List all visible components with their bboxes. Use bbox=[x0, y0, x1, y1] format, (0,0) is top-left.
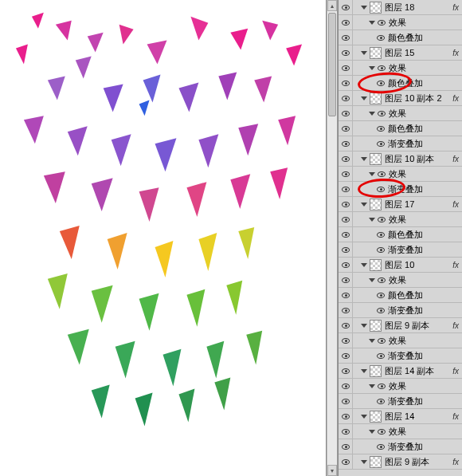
layer-row[interactable]: fx图层 14 bbox=[339, 409, 462, 424]
expand-toggle-icon[interactable] bbox=[369, 21, 375, 25]
visibility-toggle[interactable] bbox=[339, 258, 353, 272]
layer-thumbnail[interactable] bbox=[370, 47, 382, 59]
effect-item-label[interactable]: 渐变叠加 bbox=[388, 305, 423, 317]
visibility-toggle[interactable] bbox=[339, 121, 353, 136]
expand-toggle-icon[interactable] bbox=[361, 369, 367, 373]
layer-name[interactable]: 图层 10 副本 bbox=[385, 153, 434, 165]
effects-row[interactable]: 效果 bbox=[339, 379, 462, 394]
color-overlay-row[interactable]: 颜色叠加 bbox=[339, 288, 462, 303]
expand-toggle-icon[interactable] bbox=[369, 339, 375, 343]
layer-thumbnail[interactable] bbox=[370, 411, 382, 423]
layer-name[interactable]: 图层 10 bbox=[385, 259, 414, 271]
visibility-toggle[interactable] bbox=[339, 106, 353, 120]
layer-row[interactable]: fx图层 18 bbox=[339, 0, 462, 15]
layer-row[interactable]: fx图层 9 副本 bbox=[339, 318, 462, 333]
visibility-toggle[interactable] bbox=[339, 394, 353, 408]
effects-label[interactable]: 效果 bbox=[389, 380, 406, 392]
layer-row[interactable]: fx图层 15 bbox=[339, 45, 462, 61]
visibility-toggle[interactable] bbox=[339, 409, 353, 423]
visibility-toggle[interactable] bbox=[339, 333, 353, 348]
layer-thumbnail[interactable] bbox=[370, 153, 382, 165]
effects-row[interactable]: 效果 bbox=[339, 212, 462, 227]
fx-badge[interactable]: fx bbox=[452, 155, 459, 163]
layer-row[interactable]: fx图层 14 副本 bbox=[339, 364, 462, 379]
expand-toggle-icon[interactable] bbox=[369, 430, 375, 434]
visibility-toggle[interactable] bbox=[339, 167, 353, 181]
effects-label[interactable]: 效果 bbox=[389, 335, 406, 347]
effect-item-label[interactable]: 渐变叠加 bbox=[388, 183, 423, 195]
visibility-toggle[interactable] bbox=[339, 197, 353, 211]
gradient-overlay-row[interactable]: 渐变叠加 bbox=[339, 303, 462, 318]
gradient-overlay-row[interactable]: 渐变叠加 bbox=[339, 182, 462, 197]
effects-row[interactable]: 效果 bbox=[339, 333, 462, 348]
expand-toggle-icon[interactable] bbox=[361, 6, 367, 10]
visibility-toggle[interactable] bbox=[339, 288, 353, 302]
visibility-toggle[interactable] bbox=[339, 273, 353, 287]
fx-badge[interactable]: fx bbox=[452, 94, 459, 103]
visibility-toggle[interactable] bbox=[339, 424, 353, 439]
expand-toggle-icon[interactable] bbox=[361, 96, 367, 100]
fx-badge[interactable]: fx bbox=[452, 367, 459, 376]
gradient-overlay-row[interactable]: 渐变叠加 bbox=[339, 439, 462, 454]
visibility-toggle[interactable] bbox=[339, 318, 353, 332]
visibility-toggle[interactable] bbox=[339, 364, 353, 378]
layer-row[interactable]: fx图层 9 副本 bbox=[339, 454, 462, 470]
layer-name[interactable]: 图层 9 副本 bbox=[385, 456, 429, 468]
layer-name[interactable]: 图层 14 副本 bbox=[385, 365, 434, 377]
expand-toggle-icon[interactable] bbox=[369, 384, 375, 388]
effects-row[interactable]: 效果 bbox=[339, 273, 462, 288]
canvas-scrollbar-vertical[interactable]: ▴ ▾ bbox=[327, 0, 338, 476]
layer-thumbnail[interactable] bbox=[370, 456, 382, 468]
color-overlay-row[interactable]: 颜色叠加 bbox=[339, 76, 462, 91]
fx-badge[interactable]: fx bbox=[452, 261, 459, 269]
visibility-toggle[interactable] bbox=[339, 454, 353, 469]
scroll-thumb[interactable] bbox=[328, 13, 336, 116]
expand-toggle-icon[interactable] bbox=[369, 172, 375, 176]
layer-thumbnail[interactable] bbox=[370, 92, 382, 104]
visibility-toggle[interactable] bbox=[339, 91, 353, 105]
layer-name[interactable]: 图层 18 bbox=[385, 2, 414, 14]
layer-thumbnail[interactable] bbox=[370, 2, 382, 14]
layer-row[interactable]: fx图层 10 bbox=[339, 258, 462, 273]
expand-toggle-icon[interactable] bbox=[361, 324, 367, 328]
color-overlay-row[interactable]: 颜色叠加 bbox=[339, 30, 462, 45]
fx-badge[interactable]: fx bbox=[452, 49, 459, 57]
visibility-toggle[interactable] bbox=[339, 76, 353, 90]
effects-label[interactable]: 效果 bbox=[389, 168, 406, 180]
visibility-toggle[interactable] bbox=[339, 227, 353, 242]
effects-row[interactable]: 效果 bbox=[339, 61, 462, 76]
layer-thumbnail[interactable] bbox=[370, 320, 382, 332]
layer-name[interactable]: 图层 9 副本 bbox=[385, 320, 429, 332]
expand-toggle-icon[interactable] bbox=[361, 157, 367, 161]
effects-label[interactable]: 效果 bbox=[389, 274, 406, 286]
visibility-toggle[interactable] bbox=[339, 15, 353, 30]
scroll-up-arrow[interactable]: ▴ bbox=[327, 0, 337, 11]
fx-badge[interactable]: fx bbox=[452, 321, 459, 330]
visibility-toggle[interactable] bbox=[339, 30, 353, 45]
layer-row[interactable]: fx图层 10 副本 bbox=[339, 151, 462, 167]
effect-item-label[interactable]: 颜色叠加 bbox=[388, 123, 423, 135]
layer-thumbnail[interactable] bbox=[370, 199, 382, 210]
effect-item-label[interactable]: 渐变叠加 bbox=[388, 244, 423, 256]
effects-label[interactable]: 效果 bbox=[389, 214, 406, 226]
effect-item-label[interactable]: 颜色叠加 bbox=[388, 32, 423, 44]
layer-row[interactable]: fx图层 10 副本 2 bbox=[339, 91, 462, 106]
fx-badge[interactable]: fx bbox=[452, 412, 459, 421]
effect-item-label[interactable]: 渐变叠加 bbox=[388, 395, 423, 407]
effect-item-label[interactable]: 颜色叠加 bbox=[388, 289, 423, 301]
color-overlay-row[interactable]: 颜色叠加 bbox=[339, 227, 462, 242]
effect-item-label[interactable]: 颜色叠加 bbox=[388, 77, 423, 89]
layer-name[interactable]: 图层 10 副本 2 bbox=[385, 92, 442, 104]
layer-thumbnail[interactable] bbox=[370, 259, 382, 271]
canvas-view[interactable] bbox=[0, 0, 327, 476]
color-overlay-row[interactable]: 颜色叠加 bbox=[339, 121, 462, 136]
visibility-toggle[interactable] bbox=[339, 0, 353, 14]
gradient-overlay-row[interactable]: 渐变叠加 bbox=[339, 242, 462, 258]
visibility-toggle[interactable] bbox=[339, 379, 353, 393]
expand-toggle-icon[interactable] bbox=[361, 203, 367, 207]
visibility-toggle[interactable] bbox=[339, 348, 353, 363]
visibility-toggle[interactable] bbox=[339, 303, 353, 317]
effects-row[interactable]: 效果 bbox=[339, 424, 462, 439]
effect-item-label[interactable]: 颜色叠加 bbox=[388, 229, 423, 241]
visibility-toggle[interactable] bbox=[339, 45, 353, 60]
